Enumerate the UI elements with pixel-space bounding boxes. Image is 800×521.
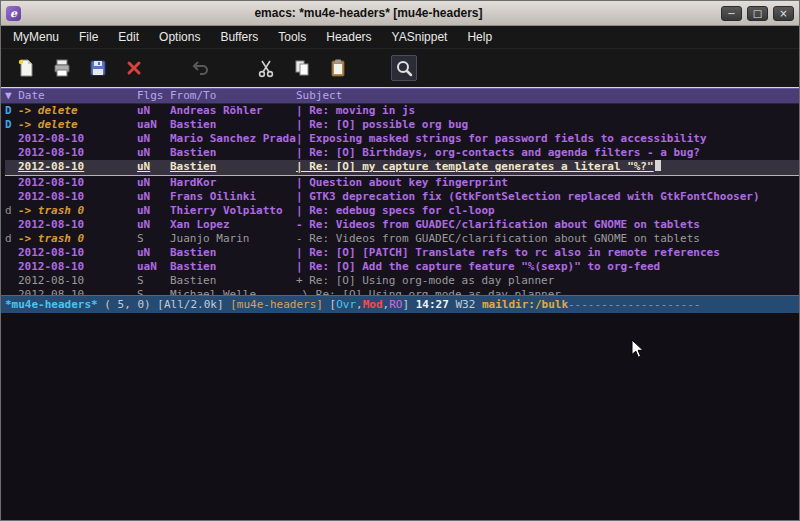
message-flags: uN (137, 104, 170, 118)
close-icon (124, 58, 144, 78)
message-row[interactable]: 2012-08-10 uN Xan Lopez - Re: Videos fro… (5, 218, 799, 232)
message-row[interactable]: D -> delete uN Andreas Röhler | Re: movi… (5, 104, 799, 118)
column-header-date[interactable]: ▼ Date (5, 89, 137, 103)
message-from: HardKor (170, 176, 296, 190)
message-flags: uaN (137, 260, 170, 274)
paste-button[interactable] (325, 55, 351, 81)
undo-icon (190, 58, 210, 78)
message-flags: S (137, 232, 170, 246)
message-flags: uN (137, 160, 170, 175)
modeline-segment: *mu4e-headers* (5, 298, 98, 311)
message-subject: | Re: [O] possible org bug (296, 118, 468, 132)
message-list: D -> delete uN Andreas Röhler | Re: movi… (5, 104, 799, 295)
message-date: 2012-08-10 (18, 260, 137, 274)
message-row[interactable]: 2012-08-10 uN Frans Oilinki | GTK3 depre… (5, 190, 799, 204)
paste-icon (328, 58, 348, 78)
mark-prefix (5, 146, 18, 160)
minimize-window-button[interactable]: − (721, 6, 742, 21)
menu-headers[interactable]: Headers (316, 26, 381, 48)
column-header-flags[interactable]: Flgs (137, 89, 170, 103)
message-subject: | GTK3 deprecation fix (GtkFontSelection… (296, 190, 760, 204)
menu-mymenu[interactable]: MyMenu (3, 26, 69, 48)
menu-file[interactable]: File (69, 26, 108, 48)
message-subject: | Exposing masked strings for password f… (296, 132, 707, 146)
tool-bar (1, 49, 799, 88)
message-row[interactable]: 2012-08-10 S Bastien + Re: [O] Using org… (5, 274, 799, 288)
save-button[interactable] (85, 55, 111, 81)
message-row[interactable]: 2012-08-10 S Michael Welle \ Re: [O] Usi… (5, 288, 799, 295)
message-row[interactable]: D -> delete uaN Bastien | Re: [O] possib… (5, 118, 799, 132)
message-from: Andreas Röhler (170, 104, 296, 118)
modeline-segment: [All/2.0k] (157, 298, 230, 311)
menu-buffers[interactable]: Buffers (210, 26, 268, 48)
mark-prefix (5, 176, 18, 190)
message-from: Frans Oilinki (170, 190, 296, 204)
message-date: 2012-08-10 (18, 146, 137, 160)
search-button[interactable] (391, 55, 417, 81)
copy-icon (292, 58, 312, 78)
message-subject: | Re: [O] Birthdays, org-contacts and ag… (296, 146, 700, 160)
message-from: Michael Welle (170, 288, 296, 295)
emacs-window: e emacs: *mu4e-headers* [mu4e-headers] −… (0, 0, 800, 521)
mark-prefix: d (5, 232, 18, 246)
menu-edit[interactable]: Edit (108, 26, 149, 48)
print-button[interactable] (49, 55, 75, 81)
close-buffer-button[interactable] (121, 55, 147, 81)
mark-prefix: D (5, 104, 18, 118)
modeline-segment: W32 (449, 298, 482, 311)
mark-prefix (5, 218, 18, 232)
message-row[interactable]: 2012-08-10 uN Bastien | Re: [O] my captu… (5, 160, 799, 176)
undo-button[interactable] (187, 55, 213, 81)
message-flags: uN (137, 218, 170, 232)
buffer[interactable]: D -> delete uN Andreas Röhler | Re: movi… (1, 104, 799, 295)
message-row[interactable]: 2012-08-10 uN HardKor | Question about k… (5, 176, 799, 190)
modeline-segment: -------------------- (568, 298, 700, 311)
message-from: Bastien (170, 146, 296, 160)
modeline-segment: ] (402, 298, 415, 311)
maximize-window-button[interactable]: □ (747, 6, 768, 21)
title-bar[interactable]: e emacs: *mu4e-headers* [mu4e-headers] −… (1, 1, 799, 26)
menu-help[interactable]: Help (457, 26, 502, 48)
new-file-button[interactable] (13, 55, 39, 81)
modeline-segment: maildir:/bulk (482, 298, 568, 311)
cut-icon (256, 58, 276, 78)
message-subject: + Re: [O] Using org-mode as day planner (296, 274, 554, 288)
mark-prefix (5, 160, 18, 175)
copy-button[interactable] (289, 55, 315, 81)
message-subject: | Re: [O] Add the capture feature "%(sex… (296, 260, 660, 274)
message-from: Xan Lopez (170, 218, 296, 232)
mark-prefix (5, 190, 18, 204)
message-date: 2012-08-10 (18, 274, 137, 288)
message-from: Bastien (170, 246, 296, 260)
column-header-subject[interactable]: Subject (296, 89, 799, 103)
minibuffer[interactable] (1, 313, 799, 520)
menu-options[interactable]: Options (149, 26, 210, 48)
modeline-segment: [mu4e-headers] (230, 298, 329, 311)
menu-yasnippet[interactable]: YASnippet (382, 26, 458, 48)
cut-button[interactable] (253, 55, 279, 81)
modeline-segment: 14:27 (416, 298, 449, 311)
mode-line: *mu4e-headers* ( 5, 0) [All/2.0k] [mu4e-… (1, 295, 799, 313)
message-row[interactable]: 2012-08-10 uN Bastien | Re: [O] Birthday… (5, 146, 799, 160)
emacs-app-icon: e (6, 6, 21, 21)
message-subject: | Question about key fingerprint (296, 176, 508, 190)
message-subject: - Re: Videos from GUADEC/clarification a… (296, 232, 700, 246)
mark-prefix (5, 274, 18, 288)
message-flags: uN (137, 246, 170, 260)
message-row[interactable]: 2012-08-10 uN Mario Sanchez Prada | Expo… (5, 132, 799, 146)
close-window-button[interactable]: × (773, 6, 794, 21)
message-row[interactable]: d -> trash 0 uN Thierry Volpiatto | Re: … (5, 204, 799, 218)
mark-prefix: d (5, 204, 18, 218)
message-flags: uN (137, 146, 170, 160)
message-row[interactable]: 2012-08-10 uaN Bastien | Re: [O] Add the… (5, 260, 799, 274)
message-date: 2012-08-10 (18, 246, 137, 260)
message-row[interactable]: d -> trash 0 S Juanjo Marin - Re: Videos… (5, 232, 799, 246)
message-date: 2012-08-10 (18, 160, 137, 175)
modeline-segment: Ovr (336, 298, 356, 311)
column-header-from[interactable]: From/To (170, 89, 296, 103)
menu-tools[interactable]: Tools (268, 26, 316, 48)
text-cursor (655, 160, 661, 171)
message-from: Bastien (170, 260, 296, 274)
message-row[interactable]: 2012-08-10 uN Bastien | Re: [O] [PATCH] … (5, 246, 799, 260)
message-subject: | Re: [O] [PATCH] Translate refs to rc a… (296, 246, 720, 260)
